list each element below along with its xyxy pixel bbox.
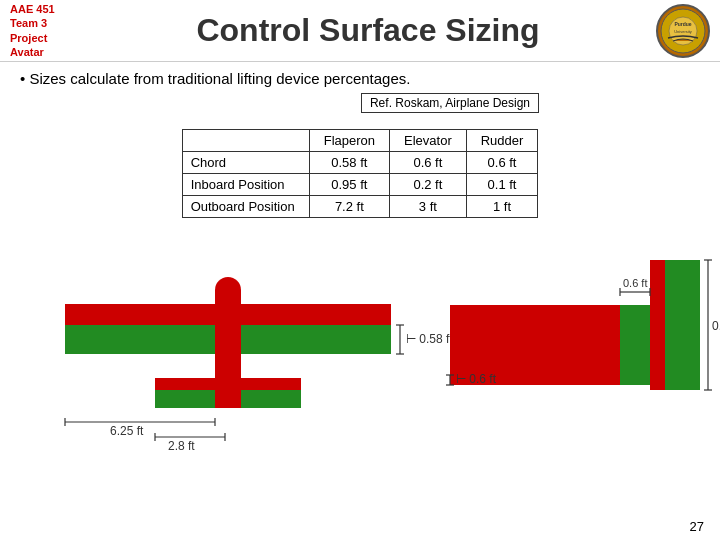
col-header-0 (182, 130, 309, 152)
cell-0-3: 0.6 ft (466, 152, 538, 174)
diagram-area: 6.25 ft 2.8 ft ⊢ 0.58 ft (20, 230, 720, 460)
header: AAE 451 Team 3 Project Avatar Control Su… (0, 0, 720, 62)
cell-1-1: 0.95 ft (309, 174, 389, 196)
logo-line1: AAE 451 (10, 2, 80, 16)
sizing-table: Flaperon Elevator Rudder Chord0.58 ft0.6… (182, 129, 539, 218)
rudder-height-label: 0.9 ft (712, 319, 720, 333)
cell-2-0: Outboard Position (182, 196, 309, 218)
fuselage-nose (215, 277, 241, 303)
table-wrapper: Flaperon Elevator Rudder Chord0.58 ft0.6… (20, 129, 700, 230)
aircraft-diagram: 6.25 ft 2.8 ft ⊢ 0.58 ft (20, 230, 720, 450)
table-header-row: Flaperon Elevator Rudder (182, 130, 538, 152)
table-row: Chord0.58 ft0.6 ft0.6 ft (182, 152, 538, 174)
main-content: • Sizes calculate from traditional lifti… (0, 62, 720, 468)
elevator-chord-label: ⊢ 0.6 ft (456, 372, 497, 386)
logo-line4: Avatar (10, 45, 80, 59)
left-flaperon (65, 325, 215, 354)
elevator-width-label: 0.6 ft (623, 277, 647, 289)
cell-2-3: 1 ft (466, 196, 538, 218)
cell-1-3: 0.1 ft (466, 174, 538, 196)
cell-0-1: 0.58 ft (309, 152, 389, 174)
flaperon-chord-label: ⊢ 0.58 ft (406, 332, 453, 346)
col-header-flaperon: Flaperon (309, 130, 389, 152)
table-row: Inboard Position0.95 ft0.2 ft0.1 ft (182, 174, 538, 196)
cell-1-2: 0.2 ft (390, 174, 467, 196)
col-header-elevator: Elevator (390, 130, 467, 152)
table-row: Outboard Position7.2 ft3 ft1 ft (182, 196, 538, 218)
span-tail-label: 2.8 ft (168, 439, 195, 450)
uni-logo-svg: Purdue University (658, 6, 708, 56)
reference-text: Ref. Roskam, Airplane Design (370, 96, 530, 110)
span-main-label: 6.25 ft (110, 424, 144, 438)
cell-2-2: 3 ft (390, 196, 467, 218)
elevator-left (155, 390, 225, 408)
page-title: Control Surface Sizing (80, 12, 656, 49)
reference-box: Ref. Roskam, Airplane Design (361, 93, 539, 113)
right-flaperon (241, 325, 391, 354)
cell-2-1: 7.2 ft (309, 196, 389, 218)
svg-text:Purdue: Purdue (674, 21, 691, 27)
title-area: Control Surface Sizing (80, 12, 656, 49)
side-flaperon-green (620, 305, 650, 385)
fuselage-tail (215, 378, 241, 408)
rudder-green (665, 260, 700, 390)
cell-0-2: 0.6 ft (390, 152, 467, 174)
bullet-text: • Sizes calculate from traditional lifti… (20, 70, 700, 87)
col-header-rudder: Rudder (466, 130, 538, 152)
elevator-right (231, 390, 301, 408)
logo-area: AAE 451 Team 3 Project Avatar (10, 2, 80, 59)
cell-1-0: Inboard Position (182, 174, 309, 196)
table-body: Chord0.58 ft0.6 ft0.6 ftInboard Position… (182, 152, 538, 218)
cell-0-0: Chord (182, 152, 309, 174)
university-logo: Purdue University (656, 4, 710, 58)
page-number: 27 (690, 519, 704, 534)
logo-line2: Team 3 (10, 16, 80, 30)
logo-line3: Project (10, 31, 80, 45)
svg-text:University: University (674, 29, 692, 34)
